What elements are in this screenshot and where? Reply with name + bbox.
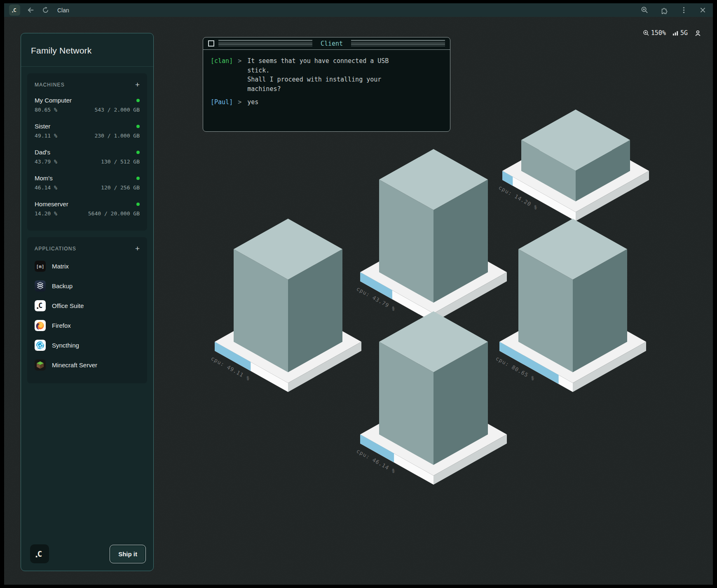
machine-list-item-homeserver[interactable]: Homeserver 14.20 % 5640 / 20.000 GB xyxy=(35,201,140,217)
firefox-icon xyxy=(35,320,46,331)
machine-list-item-my-computer[interactable]: My Computer 80.65 % 543 / 2.000 GB xyxy=(35,97,140,113)
office-suite-icon: C xyxy=(35,300,46,311)
terminal-titlebar[interactable]: Client xyxy=(203,37,450,50)
person-icon xyxy=(694,30,701,37)
application-backup[interactable]: Backup xyxy=(35,280,140,292)
application-name: Syncthing xyxy=(52,342,79,349)
machine-name: Homeserver xyxy=(35,201,68,208)
minecraft-icon xyxy=(35,359,46,371)
ship-it-button[interactable]: Ship it xyxy=(110,545,146,563)
svg-text:C: C xyxy=(37,549,42,559)
application-name: Minecraft Server xyxy=(52,362,97,369)
machine-list-item-dads[interactable]: Dad's 43.79 % 130 / 512 GB xyxy=(35,149,140,165)
message-prompt: > xyxy=(233,56,247,93)
svg-text:C: C xyxy=(38,301,42,310)
extensions-puzzle-icon[interactable] xyxy=(660,6,668,14)
terminal-body: [clan] > It seems that you have connecte… xyxy=(203,50,450,118)
refresh-icon[interactable] xyxy=(42,7,49,14)
machine-name: Sister xyxy=(35,123,50,130)
clan-logo-button[interactable]: C xyxy=(9,5,20,16)
machine-storage: 543 / 2.000 GB xyxy=(94,107,140,113)
terminal-checkbox-icon[interactable] xyxy=(208,40,214,47)
machines-header: MACHINES xyxy=(35,82,65,88)
application-minecraft-server[interactable]: Minecraft Server xyxy=(35,359,140,371)
syncthing-icon xyxy=(35,340,46,351)
svg-text:[m]: [m] xyxy=(36,264,45,269)
close-icon[interactable] xyxy=(699,7,706,14)
machine-cpu-percent: 49.11 % xyxy=(35,133,57,139)
machine-name: Mom's xyxy=(35,175,53,182)
zoom-indicator[interactable]: 150% xyxy=(643,29,666,37)
matrix-icon: [m] xyxy=(35,261,46,272)
machine-cube-homeserver[interactable]: cpu: 14.20 % xyxy=(501,105,650,233)
machine-cube-my-computer[interactable]: cpu: 80.65 % xyxy=(499,215,647,404)
add-application-button[interactable]: + xyxy=(135,245,140,252)
machine-status-dot xyxy=(136,203,140,206)
office-suite-icon: C xyxy=(35,300,46,311)
titlebar-lines-left xyxy=(218,40,312,47)
machine-cpu-percent: 14.20 % xyxy=(35,210,57,217)
machine-name: Dad's xyxy=(35,149,50,156)
machine-cube-moms[interactable]: cpu: 46.14 % xyxy=(359,307,508,497)
clan-logo-icon: C xyxy=(34,548,45,559)
application-list: [m] Matrix Backup C Office Suite Firefox… xyxy=(35,261,140,371)
app-canvas: 150% 5G cpu: 14.20 %cpu: 43.79 %cpu: 49.… xyxy=(4,17,713,585)
application-name: Backup xyxy=(52,282,73,289)
panel-title: Family Network xyxy=(21,33,153,66)
machine-storage: 230 / 1.000 GB xyxy=(94,133,140,139)
machine-list: My Computer 80.65 % 543 / 2.000 GB Siste… xyxy=(35,97,140,217)
signal-bars-icon xyxy=(672,30,679,36)
browser-topbar: C Clan xyxy=(4,3,713,17)
application-syncthing[interactable]: Syncthing xyxy=(35,340,140,351)
machine-name: My Computer xyxy=(35,97,72,104)
message-text: It seems that you have connected a USBst… xyxy=(247,56,389,93)
backup-icon xyxy=(35,280,46,292)
application-office-suite[interactable]: C Office Suite xyxy=(35,300,140,311)
matrix-icon: [m] xyxy=(35,261,46,272)
network-label: 5G xyxy=(680,29,688,37)
terminal-message: [clan] > It seems that you have connecte… xyxy=(211,56,443,93)
syncthing-icon xyxy=(35,340,46,351)
add-machine-button[interactable]: + xyxy=(135,81,140,89)
application-firefox[interactable]: Firefox xyxy=(35,320,140,331)
machine-cpu-percent: 43.79 % xyxy=(35,159,57,165)
machine-list-item-sister[interactable]: Sister 49.11 % 230 / 1.000 GB xyxy=(35,123,140,139)
application-name: Office Suite xyxy=(52,302,84,309)
application-matrix[interactable]: [m] Matrix xyxy=(35,261,140,272)
machine-cube-sister[interactable]: cpu: 49.11 % xyxy=(214,215,362,404)
network-status: 5G xyxy=(672,29,688,37)
back-icon[interactable] xyxy=(27,6,35,14)
zoom-level: 150% xyxy=(651,29,666,37)
machines-card: MACHINES + My Computer 80.65 % 543 / 2.0… xyxy=(27,73,147,231)
page-title: Clan xyxy=(57,7,69,14)
clan-logo-icon: C xyxy=(11,7,18,14)
applications-card: APPLICATIONS + [m] Matrix Backup C Offic… xyxy=(27,237,147,383)
machine-cpu-percent: 80.65 % xyxy=(35,107,57,113)
machine-list-item-moms[interactable]: Mom's 46.14 % 120 / 256 GB xyxy=(35,175,140,191)
terminal-title: Client xyxy=(316,40,347,47)
panel-divider xyxy=(21,66,153,67)
message-speaker: [Paul] xyxy=(211,98,233,107)
application-name: Firefox xyxy=(52,322,71,329)
message-prompt: > xyxy=(233,98,247,107)
machine-cpu-percent: 46.14 % xyxy=(35,184,57,191)
status-hud: 150% 5G xyxy=(643,29,701,37)
menu-kebab-icon[interactable] xyxy=(680,6,688,14)
user-indicator[interactable] xyxy=(694,30,701,37)
machine-status-dot xyxy=(136,125,140,128)
sidebar-footer: C Ship it xyxy=(21,538,153,571)
backup-icon xyxy=(35,280,46,292)
firefox-icon xyxy=(35,320,46,331)
family-network-panel: Family Network MACHINES + My Computer 80… xyxy=(21,33,154,571)
titlebar-lines-right xyxy=(351,40,445,47)
machine-storage: 5640 / 20.000 GB xyxy=(88,210,140,217)
zoom-in-icon[interactable] xyxy=(641,6,649,14)
machine-cube-dads[interactable]: cpu: 43.79 % xyxy=(359,145,508,334)
machine-status-dot xyxy=(136,177,140,180)
application-name: Matrix xyxy=(52,263,69,270)
message-text: yes xyxy=(247,98,258,107)
client-terminal-window: Client [clan] > It seems that you have c… xyxy=(203,37,450,132)
machine-status-dot xyxy=(136,99,140,102)
browser-window: C Clan xyxy=(4,3,713,585)
machine-status-dot xyxy=(136,151,140,154)
